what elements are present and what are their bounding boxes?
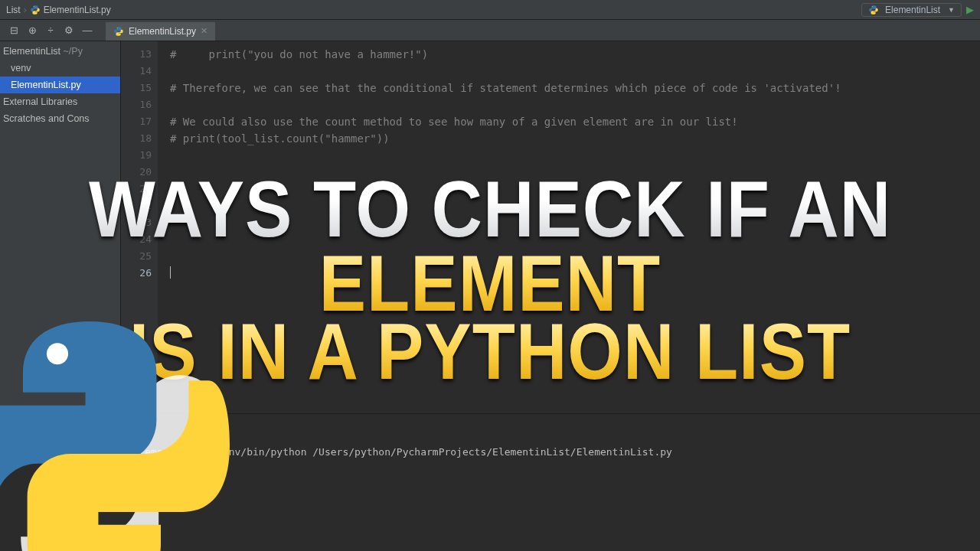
chevron-down-icon: ▼ [948,6,955,14]
divide-icon[interactable]: ÷ [41,21,60,40]
python-file-icon [113,26,124,37]
editor-tab[interactable]: ElementinList.py ✕ [106,21,215,41]
tab-label: ElementinList.py [129,26,196,37]
tree-item-external[interactable]: External Libraries [0,93,120,110]
run-config-selector[interactable]: ElementinList ▼ [861,3,962,17]
python-file-icon [30,5,41,15]
breadcrumb[interactable]: List › ElementinList.py [6,5,111,15]
chevron-right-icon: › [24,5,27,15]
terminal-command: ts/ElementinList/venv/bin/python /Users/… [115,446,980,461]
tree-item-venv[interactable]: venv [0,60,120,77]
breadcrumb-root[interactable]: List [6,5,21,15]
tree-item-scratches[interactable]: Scratches and Cons [0,110,120,127]
terminal-exit: de 0 [115,480,980,495]
python-icon [868,5,879,15]
hide-icon[interactable]: — [78,21,96,40]
svg-point-1 [36,12,37,13]
svg-point-5 [119,34,120,34]
svg-point-4 [117,28,118,28]
svg-point-0 [34,6,34,7]
svg-point-2 [872,6,873,7]
close-icon[interactable]: ✕ [201,26,207,36]
tree-project-root[interactable]: ElementinList ~/Py [0,43,120,60]
tree-item-file[interactable]: ElementinList.py [0,77,120,93]
collapse-icon[interactable]: ⊟ [5,21,23,40]
run-button[interactable]: ▶ [966,4,974,15]
run-tool-window[interactable]: ts/ElementinList/venv/bin/python /Users/… [0,413,980,551]
run-config-label: ElementinList [885,5,940,15]
svg-point-3 [874,12,875,13]
target-icon[interactable]: ⊕ [23,21,41,40]
breadcrumb-file[interactable]: ElementinList.py [44,5,111,15]
gear-icon[interactable]: ⚙ [60,21,78,40]
